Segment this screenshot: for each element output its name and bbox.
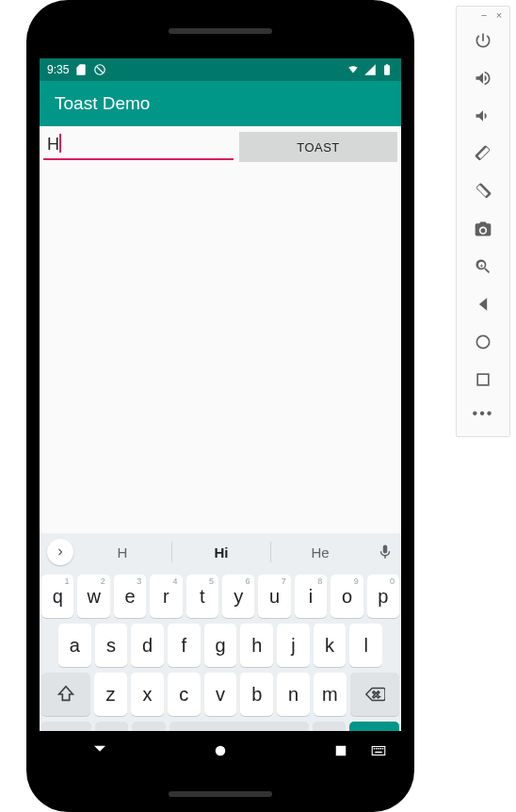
key-j[interactable]: j [277, 624, 310, 667]
emulator-window-controls: − × [457, 7, 509, 22]
key-i[interactable]: i8 [295, 575, 327, 618]
nav-keyboard-toggle[interactable] [369, 741, 388, 760]
no-sim-icon [93, 63, 106, 76]
key-p[interactable]: p0 [367, 575, 399, 618]
emulator-home-button[interactable] [457, 323, 509, 361]
nav-home-button[interactable] [211, 741, 230, 760]
voice-input-button[interactable] [369, 544, 401, 560]
emulator-volume-up-button[interactable] [457, 59, 509, 97]
key-x[interactable]: x [131, 673, 164, 716]
key-v[interactable]: v [204, 673, 237, 716]
nav-back-button[interactable] [90, 741, 109, 760]
nav-overview-button[interactable] [331, 741, 350, 760]
emulator-power-button[interactable] [457, 22, 509, 59]
key-f[interactable]: f [168, 624, 201, 667]
key-n[interactable]: n [277, 673, 310, 716]
battery-icon [380, 63, 394, 76]
svg-rect-9 [374, 748, 376, 750]
key-w[interactable]: w2 [77, 575, 109, 618]
key-u[interactable]: u7 [258, 575, 290, 618]
key-z[interactable]: z [94, 673, 127, 716]
svg-rect-8 [372, 747, 385, 755]
emulator-rotate-left-button[interactable] [457, 135, 509, 172]
suggestion-item-0[interactable]: H [73, 533, 171, 571]
emulator-rotate-right-button[interactable] [457, 172, 509, 210]
key-t[interactable]: t5 [186, 575, 218, 618]
toast-button[interactable]: TOAST [239, 132, 397, 162]
svg-rect-11 [378, 748, 379, 750]
key-m[interactable]: m [314, 673, 347, 716]
status-time: 9:35 [47, 63, 69, 76]
suggestion-item-1[interactable]: Hi [172, 533, 270, 571]
status-bar: 9:35 [40, 58, 401, 81]
text-input[interactable] [43, 132, 234, 160]
sdcard-icon [74, 63, 88, 76]
suggestion-strip: H Hi He [40, 533, 401, 571]
svg-point-0 [476, 335, 489, 348]
key-r[interactable]: r4 [150, 575, 182, 618]
phone-screen: 9:35 Toast Demo TOAST [40, 58, 401, 771]
emulator-back-button[interactable] [457, 285, 509, 323]
svg-rect-10 [376, 748, 378, 750]
text-input-field[interactable] [43, 132, 234, 160]
phone-frame: 9:35 Toast Demo TOAST [26, 0, 414, 812]
app-bar: Toast Demo [40, 81, 401, 126]
app-title: Toast Demo [55, 93, 150, 114]
text-cursor [59, 134, 61, 153]
svg-point-6 [216, 746, 226, 756]
svg-rect-12 [380, 748, 382, 750]
emulator-overview-button[interactable] [457, 361, 509, 398]
key-g[interactable]: g [204, 624, 237, 667]
app-content: TOAST H Hi He q1w2e3r4t5y6u7i8o9p0 asdfg… [40, 126, 401, 771]
shift-key[interactable] [41, 673, 90, 716]
emulator-zoom-button[interactable] [457, 248, 509, 285]
blank-area [40, 166, 401, 533]
emulator-controls-panel: − × ••• [456, 6, 510, 437]
key-o[interactable]: o9 [331, 575, 363, 618]
emulator-more-button[interactable]: ••• [457, 398, 509, 429]
emulator-screenshot-button[interactable] [457, 210, 509, 248]
close-icon[interactable]: × [494, 10, 504, 20]
phone-speaker-top [169, 28, 272, 34]
key-b[interactable]: b [240, 673, 273, 716]
svg-rect-1 [477, 374, 489, 385]
key-c[interactable]: c [168, 673, 201, 716]
key-d[interactable]: d [131, 624, 164, 667]
emulator-volume-down-button[interactable] [457, 97, 509, 135]
key-l[interactable]: l [349, 624, 382, 667]
expand-suggestions-button[interactable] [47, 539, 73, 565]
key-e[interactable]: e3 [114, 575, 146, 618]
backspace-key[interactable] [350, 673, 399, 716]
key-s[interactable]: s [95, 624, 128, 667]
svg-rect-13 [382, 748, 384, 750]
minimize-icon[interactable]: − [479, 10, 489, 20]
phone-speaker-bottom [169, 791, 272, 797]
key-h[interactable]: h [240, 624, 273, 667]
key-a[interactable]: a [58, 624, 91, 667]
svg-rect-14 [375, 752, 382, 754]
wifi-icon [347, 63, 360, 76]
key-k[interactable]: k [314, 624, 347, 667]
android-nav-bar [40, 731, 401, 771]
svg-rect-7 [336, 746, 347, 756]
suggestion-item-2[interactable]: He [271, 533, 369, 571]
key-q[interactable]: q1 [41, 575, 73, 618]
signal-icon [363, 63, 377, 76]
key-y[interactable]: y6 [222, 575, 254, 618]
